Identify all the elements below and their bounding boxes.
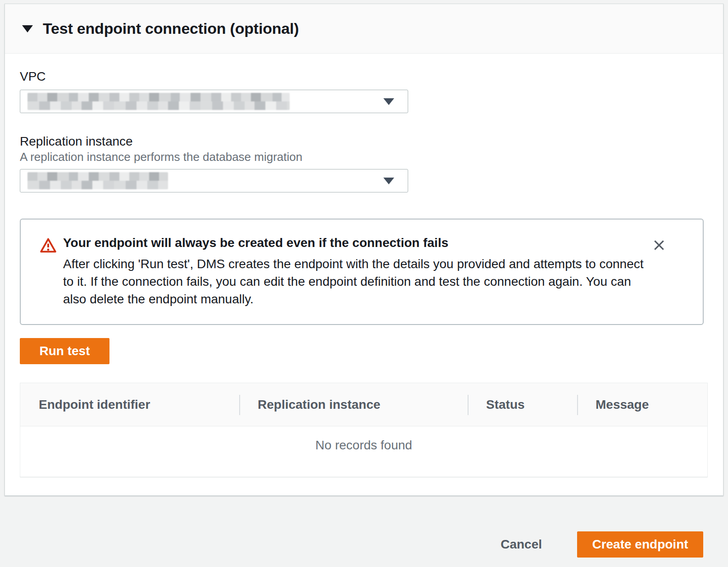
warning-banner: Your endpoint will always be created eve… <box>20 219 704 325</box>
warning-text: Your endpoint will always be created eve… <box>63 234 650 308</box>
replication-instance-select[interactable] <box>20 169 408 192</box>
caret-down-icon <box>383 98 394 105</box>
vpc-select[interactable] <box>20 90 408 113</box>
caret-down-icon <box>383 178 394 184</box>
close-icon[interactable] <box>650 236 669 256</box>
test-endpoint-connection-panel: Test endpoint connection (optional) VPC … <box>5 4 723 496</box>
warning-body: After clicking 'Run test', DMS creates t… <box>63 255 650 308</box>
column-header-message: Message <box>577 383 707 426</box>
replication-redacted-value <box>27 172 168 189</box>
test-results-table: Endpoint identifier Replication instance… <box>20 383 708 477</box>
table-empty-state: No records found <box>20 426 707 477</box>
redaction-pixels <box>27 101 290 110</box>
redaction-pixels <box>27 181 168 189</box>
panel-body: VPC Replication instance A replication i… <box>5 54 723 477</box>
replication-instance-description: A replication instance performs the data… <box>20 150 723 164</box>
warning-triangle-icon <box>40 238 57 255</box>
redaction-pixels <box>27 93 290 101</box>
warning-title: Your endpoint will always be created eve… <box>63 234 650 252</box>
vpc-label: VPC <box>20 69 723 84</box>
collapse-triangle-icon <box>22 25 33 32</box>
table-header-row: Endpoint identifier Replication instance… <box>20 383 707 426</box>
column-header-endpoint-identifier: Endpoint identifier <box>20 383 239 426</box>
cancel-button[interactable]: Cancel <box>500 537 542 552</box>
create-endpoint-button[interactable]: Create endpoint <box>577 531 703 558</box>
footer-actions: Cancel Create endpoint <box>500 531 703 558</box>
column-header-status: Status <box>468 383 577 426</box>
replication-instance-label: Replication instance <box>20 134 723 149</box>
column-header-replication-instance: Replication instance <box>239 383 468 426</box>
panel-header[interactable]: Test endpoint connection (optional) <box>5 4 723 54</box>
panel-title: Test endpoint connection (optional) <box>43 20 299 37</box>
run-test-button[interactable]: Run test <box>20 338 109 364</box>
page: { "panel": { "title": "Test endpoint con… <box>0 0 728 567</box>
vpc-redacted-value <box>27 93 290 110</box>
redaction-pixels <box>27 172 168 181</box>
